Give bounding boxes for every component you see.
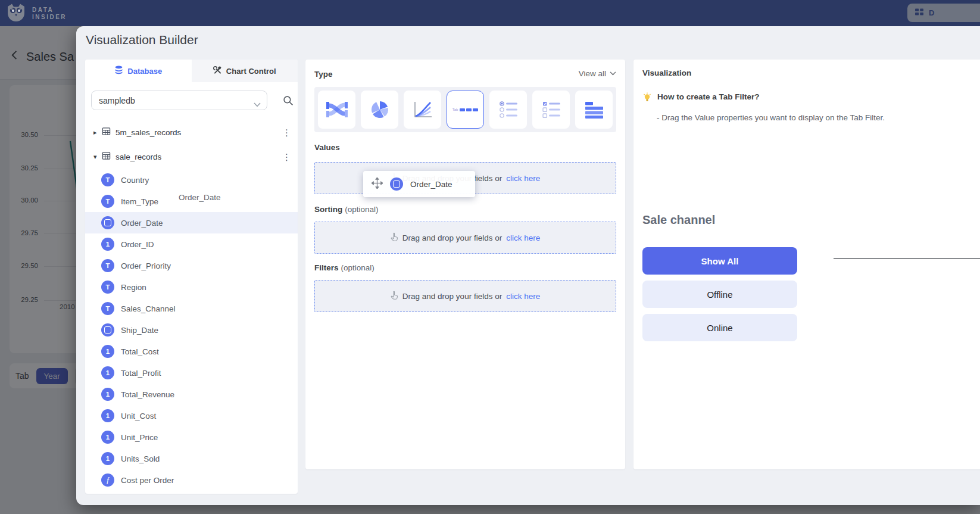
- field-row-country[interactable]: T Country: [85, 169, 298, 191]
- panel-tabbar: Database Chart Control: [85, 60, 298, 82]
- field-label: Order_Date: [121, 219, 163, 228]
- chart-type-pie[interactable]: [361, 91, 398, 129]
- option-show-all[interactable]: Show All: [642, 247, 797, 275]
- field-row-region[interactable]: T Region: [85, 276, 298, 298]
- date-field-icon: [390, 177, 403, 191]
- field-row-order-id[interactable]: 1 Order_ID: [85, 233, 298, 255]
- tab-database[interactable]: Database: [85, 60, 192, 82]
- tip-body: - Drag the Value properties you want to …: [657, 113, 885, 122]
- field-label: Order_Priority: [121, 261, 171, 270]
- tools-icon: [213, 66, 222, 76]
- table-name: 5m_sales_records: [116, 128, 282, 137]
- caret-expanded-icon[interactable]: ▾: [93, 153, 102, 161]
- database-icon: [114, 66, 123, 76]
- number-field-icon: 1: [101, 238, 114, 251]
- radio-list-icon: [498, 99, 519, 120]
- field-label: Unit_Cost: [121, 412, 156, 420]
- field-row-ship-date[interactable]: Ship_Date: [85, 319, 298, 341]
- number-field-icon: 1: [101, 366, 114, 379]
- option-offline[interactable]: Offline: [642, 281, 797, 308]
- field-row-unit-cost[interactable]: 1 Unit_Cost: [85, 405, 298, 426]
- schema-tree: ▸ 5m_sales_records ⋮ ▾: [85, 120, 298, 491]
- chevron-down-icon[interactable]: [254, 99, 261, 110]
- chart-type-checkbox-list[interactable]: [532, 91, 570, 129]
- modal-title: Visualization Builder: [86, 33, 198, 47]
- more-options-icon[interactable]: ⋮: [282, 152, 291, 163]
- tab-filter-icon: Tab: [452, 108, 479, 111]
- chart-type-strip: Tab: [314, 87, 616, 132]
- database-panel: Database Chart Control: [85, 60, 298, 494]
- date-field-icon: [101, 216, 114, 229]
- table-icon: [102, 151, 111, 163]
- chart-type-radio-list[interactable]: [489, 91, 527, 129]
- builder-panel: Type View all: [305, 60, 625, 469]
- optional-suffix: (optional): [341, 263, 374, 272]
- field-row-units-sold[interactable]: 1 Units_Sold: [85, 448, 298, 469]
- datasource-select[interactable]: [91, 91, 267, 110]
- text-field-icon: T: [101, 259, 114, 272]
- table-name: sale_records: [116, 152, 282, 161]
- field-row-order-priority[interactable]: T Order_Priority: [85, 255, 298, 276]
- hand-pointer-icon: [391, 291, 398, 302]
- search-icon[interactable]: [283, 95, 294, 108]
- type-section-label: Type: [314, 70, 333, 79]
- filters-section-label: Filters(optional): [314, 263, 374, 272]
- field-row-sales-channel[interactable]: T Sales_Channel: [85, 298, 298, 319]
- field-label: Total_Profit: [121, 369, 161, 378]
- field-row-total-cost[interactable]: 1 Total_Cost: [85, 341, 298, 362]
- chart-type-line[interactable]: [404, 91, 441, 129]
- tab-chart-control-label: Chart Control: [226, 67, 276, 76]
- screen: Sales Sa 30.50 30.25 30.00 29.75 29.50 2…: [0, 0, 980, 514]
- app-logo[interactable]: DATA INSIDER: [6, 2, 67, 25]
- brand-line-1: DATA: [32, 7, 67, 14]
- field-row-total-profit[interactable]: 1 Total_Profit: [85, 362, 298, 384]
- field-label: Order_ID: [121, 240, 154, 249]
- more-options-icon[interactable]: ⋮: [282, 127, 291, 138]
- option-online[interactable]: Online: [642, 314, 797, 341]
- filters-label: Filters: [314, 263, 339, 272]
- dropzone-hint: Drag and drop your fields or: [402, 292, 502, 301]
- text-field-icon: T: [101, 302, 114, 315]
- field-label: Region: [121, 283, 146, 292]
- dropzone-click-here-link[interactable]: click here: [506, 233, 540, 242]
- chip-label: Order_Date: [410, 180, 452, 189]
- chart-type-tab-filter[interactable]: Tab: [447, 91, 484, 129]
- sorting-label: Sorting: [314, 205, 342, 214]
- view-all-button[interactable]: View all: [579, 69, 616, 78]
- chart-type-sankey[interactable]: [318, 91, 355, 129]
- chevron-down-icon: [610, 71, 616, 76]
- visualization-builder-modal: Visualization Builder Database: [76, 26, 980, 505]
- chart-type-table[interactable]: [575, 91, 613, 129]
- dropzone-hint: Drag and drop your fields or: [402, 233, 502, 242]
- caret-collapsed-icon[interactable]: ▸: [93, 129, 102, 136]
- field-label: Country: [121, 176, 149, 185]
- nav-action-label: D: [929, 8, 934, 17]
- table-chart-icon: [583, 99, 605, 120]
- table-node-5m-sales-records[interactable]: ▸ 5m_sales_records ⋮: [85, 120, 298, 145]
- dropzone-click-here-link[interactable]: click here: [506, 174, 540, 183]
- field-label: Unit_Price: [121, 433, 158, 442]
- field-row-order-date[interactable]: Order_Date: [85, 212, 298, 233]
- dashboard-mode-button[interactable]: D: [907, 4, 980, 22]
- text-field-icon: T: [101, 173, 114, 186]
- datasource-input[interactable]: [92, 96, 246, 105]
- tab-filter-icon-text: Tab: [452, 108, 458, 111]
- sankey-icon: [326, 99, 348, 120]
- field-row-total-revenue[interactable]: 1 Total_Revenue: [85, 384, 298, 405]
- dragging-field-chip[interactable]: Order_Date: [363, 171, 475, 197]
- sorting-section-label: Sorting(optional): [314, 205, 379, 214]
- dropzone-click-here-link[interactable]: click here: [506, 292, 540, 301]
- values-section-label: Values: [314, 143, 340, 152]
- visualization-label: Visualization: [642, 68, 691, 77]
- field-label: Sales_Channel: [121, 304, 176, 313]
- table-node-sale-records[interactable]: ▾ sale_records ⋮: [85, 145, 298, 169]
- visualization-panel: Visualization How to create a Tab Filter…: [633, 60, 980, 469]
- optional-suffix: (optional): [345, 205, 378, 214]
- hand-pointer-icon: [391, 232, 398, 244]
- field-row-cost-per-order[interactable]: ƒ Cost per Order: [85, 469, 298, 491]
- filters-dropzone[interactable]: Drag and drop your fields or click here: [314, 280, 616, 312]
- field-row-unit-price[interactable]: 1 Unit_Price: [85, 426, 298, 448]
- sorting-dropzone[interactable]: Drag and drop your fields or click here: [314, 222, 616, 254]
- tab-chart-control[interactable]: Chart Control: [192, 60, 298, 82]
- table-icon: [102, 127, 111, 138]
